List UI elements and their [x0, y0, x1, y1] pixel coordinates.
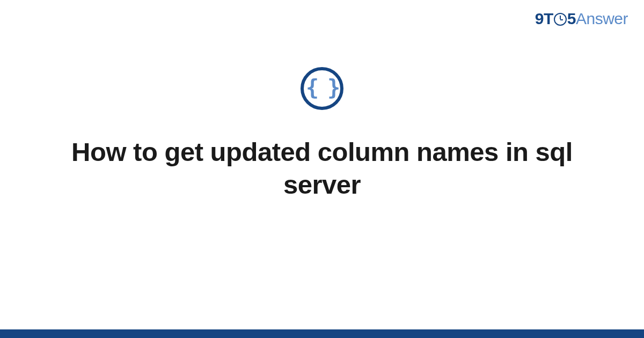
- code-braces-icon: { }: [301, 67, 343, 110]
- main-content: { } How to get updated column names in s…: [0, 67, 644, 202]
- logo-text-5: 5: [567, 10, 576, 28]
- logo-text-9t: 9T: [535, 10, 553, 28]
- footer-bar: [0, 329, 644, 338]
- page-title: How to get updated column names in sql s…: [54, 136, 590, 202]
- braces-glyph: { }: [306, 77, 338, 98]
- clock-icon: [554, 13, 567, 26]
- logo-text-answer: Answer: [576, 10, 628, 28]
- site-logo[interactable]: 9T 5 Answer: [535, 10, 628, 28]
